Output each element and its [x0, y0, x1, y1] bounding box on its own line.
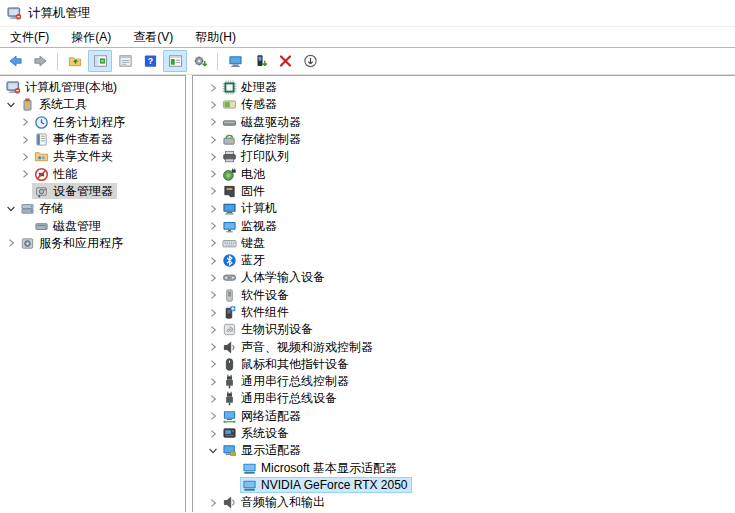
- menu-help[interactable]: 帮助(H): [187, 27, 244, 48]
- help-button[interactable]: ?: [138, 50, 162, 72]
- chevron-right-icon[interactable]: [206, 165, 220, 182]
- chevron-right-icon[interactable]: [206, 114, 220, 131]
- chevron-right-icon[interactable]: [206, 79, 220, 96]
- device-system-devices-label-area[interactable]: 系统设备: [220, 426, 293, 442]
- device-firmware-label-area[interactable]: 固件: [220, 183, 269, 199]
- chevron-right-icon[interactable]: [206, 287, 220, 304]
- sidebar-system-tools-label-area[interactable]: 系统工具: [18, 97, 91, 113]
- menu-file[interactable]: 文件(F): [2, 27, 57, 48]
- back-button[interactable]: [3, 50, 27, 72]
- disable-device-button[interactable]: [298, 50, 322, 72]
- chevron-right-icon[interactable]: [206, 252, 220, 269]
- device-item-batteries: 电池: [193, 165, 735, 182]
- device-sensors-label-area[interactable]: 传感器: [220, 97, 281, 113]
- label: 生物识别设备: [241, 322, 313, 337]
- sidebar-item-system-tools: 系统工具: [0, 96, 185, 113]
- sidebar-computer-management-root-label-area[interactable]: 计算机管理(本地): [4, 80, 121, 96]
- device-storage-controllers-label-area[interactable]: 存储控制器: [220, 132, 305, 148]
- label: 声音、视频和游戏控制器: [241, 340, 373, 355]
- sidebar-services-and-apps-label-area[interactable]: 服务和应用程序: [18, 235, 127, 251]
- device-item-biometric-devices: 生物识别设备: [193, 321, 735, 338]
- chevron-right-icon[interactable]: [206, 321, 220, 338]
- chevron-right-icon[interactable]: [206, 200, 220, 217]
- menu-action[interactable]: 操作(A): [63, 27, 119, 48]
- up-level-button[interactable]: [63, 50, 87, 72]
- menu-view[interactable]: 查看(V): [125, 27, 181, 48]
- chevron-right-icon[interactable]: [18, 148, 32, 165]
- device-keyboards-label-area[interactable]: 键盘: [220, 235, 269, 251]
- device-software-devices-label-area[interactable]: 软件设备: [220, 287, 293, 303]
- chevron-right-icon[interactable]: [4, 235, 18, 252]
- chevron-right-icon[interactable]: [206, 390, 220, 407]
- device-software-components-label-area[interactable]: 软件组件: [220, 305, 293, 321]
- sidebar-item-shared-folders: 共享文件夹: [0, 148, 185, 165]
- device-bluetooth-label-area[interactable]: 蓝牙: [220, 253, 269, 269]
- forward-button[interactable]: [28, 50, 52, 72]
- sidebar-performance-label-area[interactable]: 性能: [32, 166, 81, 182]
- scan-hardware-button[interactable]: [223, 50, 247, 72]
- device-network-adapters-label-area[interactable]: 网络适配器: [220, 408, 305, 424]
- update-driver-button[interactable]: [188, 50, 212, 72]
- chevron-down-icon[interactable]: [4, 200, 18, 217]
- sidebar-device-manager-label-area[interactable]: 设备管理器: [32, 183, 117, 199]
- display-adapter-icon: [222, 443, 237, 458]
- storage-controller-icon: [222, 132, 237, 147]
- chevron-right-icon[interactable]: [206, 356, 220, 373]
- device-nvidia-geforce-rtx-2050-label-area[interactable]: NVIDIA GeForce RTX 2050: [240, 477, 412, 493]
- chevron-right-icon[interactable]: [206, 131, 220, 148]
- uninstall-device-button[interactable]: [273, 50, 297, 72]
- sidebar-disk-management-label-area[interactable]: 磁盘管理: [32, 218, 105, 234]
- chevron-down-icon[interactable]: [4, 96, 18, 113]
- device-audio-inputs-outputs-label-area[interactable]: 音频输入和输出: [220, 495, 329, 511]
- device-item-software-devices: 软件设备: [193, 287, 735, 304]
- chevron-right-icon[interactable]: [206, 425, 220, 442]
- label: 共享文件夹: [53, 149, 113, 164]
- device-print-queues-label-area[interactable]: 打印队列: [220, 149, 293, 165]
- chevron-right-icon[interactable]: [18, 131, 32, 148]
- device-item-nvidia-geforce-rtx-2050: NVIDIA GeForce RTX 2050: [193, 477, 735, 494]
- install-driver-button[interactable]: [248, 50, 272, 72]
- device-display-adapters-label-area[interactable]: 显示适配器: [220, 443, 305, 459]
- device-microsoft-basic-display-adapter-label-area[interactable]: Microsoft 基本显示适配器: [240, 460, 401, 476]
- device-mice-pointing-label-area[interactable]: 鼠标和其他指针设备: [220, 356, 353, 372]
- device-processors-label-area[interactable]: 处理器: [220, 80, 281, 96]
- device-biometric-devices-label-area[interactable]: 生物识别设备: [220, 322, 317, 338]
- chevron-right-icon[interactable]: [18, 165, 32, 182]
- sidebar-shared-folders-label-area[interactable]: 共享文件夹: [32, 149, 117, 165]
- chevron-right-icon[interactable]: [206, 148, 220, 165]
- chevron-right-icon[interactable]: [206, 269, 220, 286]
- chevron-right-icon[interactable]: [206, 217, 220, 234]
- device-hid-devices-label-area[interactable]: 人体学输入设备: [220, 270, 329, 286]
- chevron-right-icon[interactable]: [206, 494, 220, 511]
- chevron-right-icon[interactable]: [206, 96, 220, 113]
- chevron-down-icon[interactable]: [206, 442, 220, 459]
- sidebar-item-services-and-apps: 服务和应用程序: [0, 235, 185, 252]
- gpu-icon: [242, 478, 257, 493]
- device-usb-controllers-label-area[interactable]: 通用串行总线控制器: [220, 374, 353, 390]
- chevron-right-icon[interactable]: [18, 114, 32, 131]
- chevron-right-icon[interactable]: [206, 373, 220, 390]
- label: 软件组件: [241, 305, 289, 320]
- chevron-right-icon[interactable]: [206, 183, 220, 200]
- chevron-right-icon[interactable]: [206, 235, 220, 252]
- device-disk-drives-label-area[interactable]: 磁盘驱动器: [220, 114, 305, 130]
- show-console-tree-button[interactable]: [88, 50, 112, 72]
- device-item-usb-controllers: 通用串行总线控制器: [193, 373, 735, 390]
- label: 系统设备: [241, 426, 289, 441]
- device-batteries-label-area[interactable]: 电池: [220, 166, 269, 182]
- device-sound-video-game-label-area[interactable]: 声音、视频和游戏控制器: [220, 339, 377, 355]
- device-monitors-label-area[interactable]: 监视器: [220, 218, 281, 234]
- properties-button[interactable]: [113, 50, 137, 72]
- device-computer-label-area[interactable]: 计算机: [220, 201, 281, 217]
- show-action-pane-button[interactable]: [163, 50, 187, 72]
- device-usb-devices-label-area[interactable]: 通用串行总线设备: [220, 391, 341, 407]
- chevron-right-icon[interactable]: [206, 408, 220, 425]
- sidebar-event-viewer-label-area[interactable]: 事件查看器: [32, 132, 117, 148]
- sidebar-storage-label-area[interactable]: 存储: [18, 201, 67, 217]
- chevron-right-icon[interactable]: [206, 304, 220, 321]
- computer-management-icon: [7, 6, 22, 21]
- device-item-storage-controllers: 存储控制器: [193, 131, 735, 148]
- chevron-right-icon[interactable]: [206, 338, 220, 355]
- label: 通用串行总线控制器: [241, 374, 349, 389]
- sidebar-task-scheduler-label-area[interactable]: 任务计划程序: [32, 114, 129, 130]
